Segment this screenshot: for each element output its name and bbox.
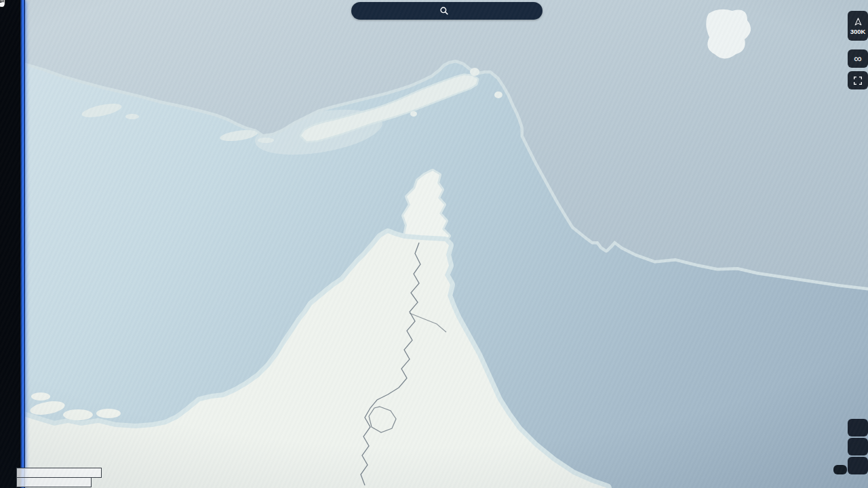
vessel-count-button[interactable]: 300K — [848, 11, 868, 41]
zoom-level — [848, 438, 868, 455]
screen-edge-glow — [20, 0, 25, 488]
right-toolbar: 300K∞ — [848, 11, 868, 93]
zoom-control — [848, 418, 868, 474]
left-sidebar — [0, 0, 20, 488]
vessel-count-label: 300K — [850, 28, 866, 35]
zoom-out-button[interactable] — [848, 457, 868, 474]
map-canvas[interactable] — [0, 0, 868, 488]
coordinates-panel — [833, 465, 847, 474]
unlimited-button[interactable]: ∞ — [848, 49, 868, 68]
scale-km — [16, 468, 102, 478]
zoom-in-button[interactable] — [848, 419, 868, 436]
scale-mi — [16, 477, 92, 487]
infinity-icon: ∞ — [854, 54, 861, 64]
marinetraffic-app: 300K∞ — [0, 0, 868, 488]
fullscreen-button[interactable] — [848, 71, 868, 89]
vessel-markers-layer — [0, 0, 868, 488]
search-bar[interactable] — [351, 2, 542, 20]
scale-bar — [16, 468, 102, 487]
search-icon — [439, 6, 449, 16]
